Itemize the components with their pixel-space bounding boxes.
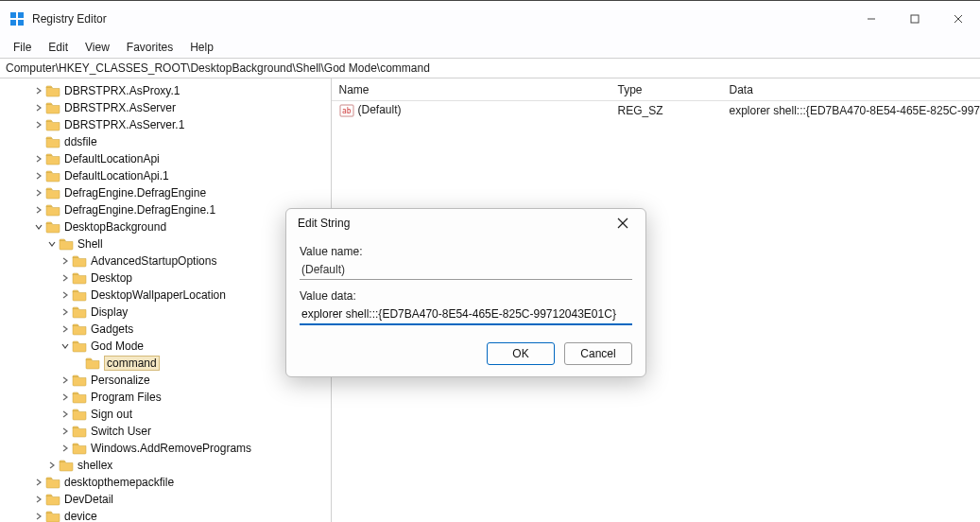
chevron-icon[interactable] xyxy=(32,496,45,503)
tree-item[interactable]: Sign out xyxy=(0,406,331,423)
tree-item-label: DBRSTPRX.AsProxy.1 xyxy=(64,84,180,97)
chevron-icon[interactable] xyxy=(45,240,59,248)
chevron-icon[interactable] xyxy=(59,376,72,384)
folder-icon xyxy=(59,237,74,251)
svg-text:ab: ab xyxy=(342,107,352,115)
chevron-icon[interactable] xyxy=(32,206,45,214)
tree-item-label: DBRSTPRX.AsServer.1 xyxy=(64,118,184,131)
tree-item[interactable]: Windows.AddRemovePrograms xyxy=(0,440,331,457)
tree-item[interactable]: Display xyxy=(0,304,331,321)
tree-item[interactable]: Personalize xyxy=(0,372,331,389)
tree-item[interactable]: DefaultLocationApi xyxy=(0,150,331,167)
tree-item[interactable]: DesktopBackground xyxy=(0,218,331,235)
value-name: (Default) xyxy=(358,103,402,116)
address-text: Computer\HKEY_CLASSES_ROOT\DesktopBackgr… xyxy=(6,61,430,75)
dialog-close-button[interactable] xyxy=(611,212,634,235)
tree-item-label: AdvancedStartupOptions xyxy=(91,254,216,268)
tree-item[interactable]: ddsfile xyxy=(0,133,331,150)
ok-button[interactable]: OK xyxy=(487,342,555,365)
chevron-icon[interactable] xyxy=(59,342,72,350)
tree-item[interactable]: Switch User xyxy=(0,423,331,440)
window-controls xyxy=(850,1,980,37)
col-header-type[interactable]: Type xyxy=(610,83,722,96)
chevron-icon[interactable] xyxy=(32,478,45,486)
tree-item[interactable]: Shell xyxy=(0,235,331,252)
chevron-icon[interactable] xyxy=(32,104,45,112)
tree-item[interactable]: DefragEngine.DefragEngine xyxy=(0,184,331,201)
maximize-button[interactable] xyxy=(893,1,937,37)
menu-view[interactable]: View xyxy=(77,39,117,56)
svg-rect-0 xyxy=(10,12,16,18)
chevron-icon[interactable] xyxy=(32,172,45,180)
chevron-icon[interactable] xyxy=(45,461,59,469)
chevron-icon[interactable] xyxy=(59,308,72,316)
svg-rect-3 xyxy=(18,20,24,26)
tree-item-label: command xyxy=(104,356,160,371)
tree-item-label: Switch User xyxy=(91,425,151,438)
tree-item[interactable]: Desktop xyxy=(0,270,331,287)
folder-icon xyxy=(72,339,87,353)
folder-icon xyxy=(45,169,60,183)
menu-file[interactable]: File xyxy=(6,39,39,56)
address-bar[interactable]: Computer\HKEY_CLASSES_ROOT\DesktopBackgr… xyxy=(0,58,980,78)
chevron-icon[interactable] xyxy=(32,223,45,231)
tree-item[interactable]: DefaultLocationApi.1 xyxy=(0,167,331,184)
menu-edit[interactable]: Edit xyxy=(41,39,76,56)
chevron-icon[interactable] xyxy=(59,410,72,418)
minimize-button[interactable] xyxy=(850,1,893,37)
svg-rect-5 xyxy=(911,15,919,23)
tree-item[interactable]: DesktopWallpaperLocation xyxy=(0,287,331,304)
dialog-body: Value name: (Default) Value data: xyxy=(286,237,645,335)
tree-item[interactable]: DBRSTPRX.AsServer xyxy=(0,99,331,116)
dialog-titlebar: Edit String xyxy=(286,209,645,237)
tree-item[interactable]: desktopthemepackfile xyxy=(0,474,331,491)
tree-item[interactable]: DBRSTPRX.AsProxy.1 xyxy=(0,82,331,99)
tree-item[interactable]: DevDetail xyxy=(0,491,331,508)
window-title: Registry Editor xyxy=(32,12,850,26)
chevron-icon[interactable] xyxy=(32,121,45,129)
close-button[interactable] xyxy=(937,1,980,37)
chevron-icon[interactable] xyxy=(59,427,72,435)
chevron-icon[interactable] xyxy=(59,257,72,265)
chevron-icon[interactable] xyxy=(32,189,45,197)
tree-item-label: DefaultLocationApi.1 xyxy=(64,169,169,183)
folder-icon xyxy=(59,459,74,472)
value-data-label: Value data: xyxy=(300,289,632,303)
chevron-icon[interactable] xyxy=(32,87,45,95)
value-data-input[interactable] xyxy=(300,304,632,325)
folder-icon xyxy=(45,84,60,97)
tree-item[interactable]: AdvancedStartupOptions xyxy=(0,252,331,270)
tree-item[interactable]: DBRSTPRX.AsServer.1 xyxy=(0,116,331,133)
col-header-name[interactable]: Name xyxy=(332,83,610,96)
key-tree[interactable]: DBRSTPRX.AsProxy.1DBRSTPRX.AsServerDBRST… xyxy=(0,78,332,522)
chevron-icon[interactable] xyxy=(59,325,72,333)
chevron-icon[interactable] xyxy=(59,444,72,452)
chevron-icon[interactable] xyxy=(32,513,45,520)
value-row[interactable]: ab(Default)REG_SZexplorer shell:::{ED7BA… xyxy=(332,101,981,120)
tree-item[interactable]: Gadgets xyxy=(0,321,331,338)
value-data: explorer shell:::{ED7BA470-8E54-465E-825… xyxy=(722,104,981,117)
folder-icon xyxy=(45,510,60,522)
edit-string-dialog: Edit String Value name: (Default) Value … xyxy=(285,208,646,377)
titlebar: Registry Editor xyxy=(0,1,980,37)
menu-help[interactable]: Help xyxy=(182,39,221,56)
tree-item[interactable]: Program Files xyxy=(0,389,331,406)
chevron-icon[interactable] xyxy=(59,393,72,401)
tree-item[interactable]: command xyxy=(0,355,331,372)
registry-editor-window: Registry Editor File Edit View Favorites… xyxy=(0,0,980,522)
tree-item-label: Sign out xyxy=(91,408,132,421)
folder-icon xyxy=(72,391,87,404)
tree-item[interactable]: shellex xyxy=(0,457,331,474)
chevron-icon[interactable] xyxy=(32,155,45,163)
tree-item[interactable]: device xyxy=(0,508,331,522)
tree-item-label: Program Files xyxy=(91,391,162,404)
chevron-icon[interactable] xyxy=(59,291,72,299)
tree-item[interactable]: God Mode xyxy=(0,338,331,355)
tree-item-label: DefragEngine.DefragEngine xyxy=(64,186,206,200)
tree-item[interactable]: DefragEngine.DefragEngine.1 xyxy=(0,201,331,218)
chevron-icon[interactable] xyxy=(59,274,72,282)
value-list-rows: ab(Default)REG_SZexplorer shell:::{ED7BA… xyxy=(332,101,981,120)
menu-favorites[interactable]: Favorites xyxy=(119,39,181,56)
cancel-button[interactable]: Cancel xyxy=(564,342,632,365)
col-header-data[interactable]: Data xyxy=(722,83,981,96)
